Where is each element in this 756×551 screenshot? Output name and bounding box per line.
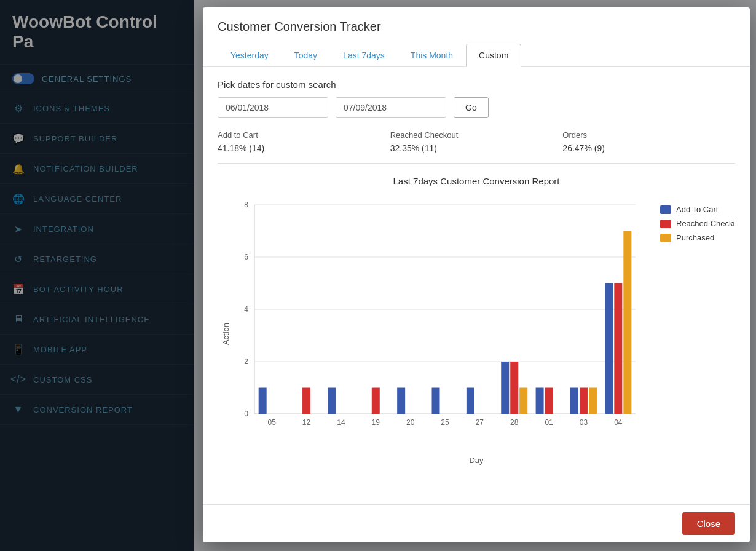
svg-rect-27 [510,362,518,414]
stat-add-to-cart: Add to Cart 41.18% (14) [218,130,390,153]
legend-color-reached-checkout [660,220,671,228]
tab-yesterday[interactable]: Yesterday [218,44,282,66]
svg-rect-33 [570,388,578,414]
svg-text:19: 19 [372,418,380,427]
stat-value-reached-checkout: 32.35% (11) [390,143,563,153]
svg-rect-31 [545,388,553,414]
svg-text:Action: Action [221,323,230,345]
svg-text:8: 8 [244,200,248,209]
modal-title: Customer Conversion Tracker [218,20,735,34]
svg-text:20: 20 [406,418,415,427]
svg-text:4: 4 [244,305,248,314]
go-button[interactable]: Go [454,97,489,118]
svg-text:01: 01 [545,418,553,427]
chart-wrapper: Action 0 2 [218,192,735,453]
stat-orders: Orders 26.47% (9) [562,130,735,153]
tab-today[interactable]: Today [282,44,330,66]
date-from-input[interactable] [218,97,328,118]
bar-chart-svg: Action 0 2 [218,192,648,451]
svg-text:6: 6 [244,253,248,261]
svg-rect-38 [614,283,622,414]
svg-rect-12 [259,388,267,414]
legend-color-purchased [660,234,671,242]
custom-search-label: Pick dates for custom search [218,79,735,90]
svg-rect-20 [397,388,405,414]
svg-text:0: 0 [244,410,248,418]
svg-rect-37 [605,283,613,414]
svg-text:2: 2 [244,357,248,366]
tab-last7days[interactable]: Last 7days [330,44,398,66]
date-to-input[interactable] [336,97,446,118]
close-button[interactable]: Close [682,512,735,535]
svg-text:27: 27 [476,418,484,427]
chart-legend: Add To Cart Reached Checki Purchased [660,192,746,453]
stat-label-orders: Orders [562,130,735,140]
svg-text:14: 14 [337,418,345,427]
svg-text:03: 03 [580,418,588,427]
chart-title: Last 7days Customer Conversion Report [218,176,735,186]
stat-reached-checkout: Reached Checkout 32.35% (11) [390,130,563,153]
legend-reached-checkout: Reached Checki [660,219,746,228]
modal-footer: Close [203,504,750,542]
legend-add-to-cart: Add To Cart [660,205,746,214]
svg-text:28: 28 [510,418,519,427]
svg-rect-22 [432,388,440,414]
chart-svg-area: Action 0 2 [218,192,648,453]
stat-value-orders: 26.47% (9) [562,143,735,153]
svg-rect-39 [623,231,631,414]
tab-this-month[interactable]: This Month [398,44,466,66]
svg-rect-34 [580,388,588,414]
legend-purchased: Purchased [660,233,746,242]
chart-container: Last 7days Customer Conversion Report Ac… [218,176,735,465]
svg-text:12: 12 [302,418,311,427]
svg-text:04: 04 [614,418,623,427]
svg-rect-28 [519,388,527,414]
legend-label-purchased: Purchased [676,233,714,242]
modal-dialog: Customer Conversion Tracker Yesterday To… [203,7,750,542]
svg-text:25: 25 [441,418,449,427]
modal-body: Pick dates for custom search Go Add to C… [203,67,750,504]
svg-rect-18 [372,388,380,414]
svg-rect-14 [302,388,310,414]
stat-label-add-to-cart: Add to Cart [218,130,390,140]
modal-tabs: Yesterday Today Last 7days This Month Cu… [218,44,735,66]
stat-value-add-to-cart: 41.18% (14) [218,143,390,153]
modal-header: Customer Conversion Tracker Yesterday To… [203,7,750,67]
stats-row: Add to Cart 41.18% (14) Reached Checkout… [218,130,735,164]
legend-label-reached-checkout: Reached Checki [676,219,734,228]
date-row: Go [218,97,735,118]
svg-rect-16 [328,388,336,414]
svg-rect-35 [589,388,597,414]
stat-label-reached-checkout: Reached Checkout [390,130,563,140]
legend-label-add-to-cart: Add To Cart [676,205,718,214]
x-axis-label: Day [218,456,735,465]
svg-rect-30 [536,388,544,414]
svg-rect-24 [467,388,474,414]
svg-rect-26 [501,362,509,414]
svg-text:05: 05 [268,418,277,427]
tab-custom[interactable]: Custom [466,44,521,67]
legend-color-add-to-cart [660,205,671,214]
